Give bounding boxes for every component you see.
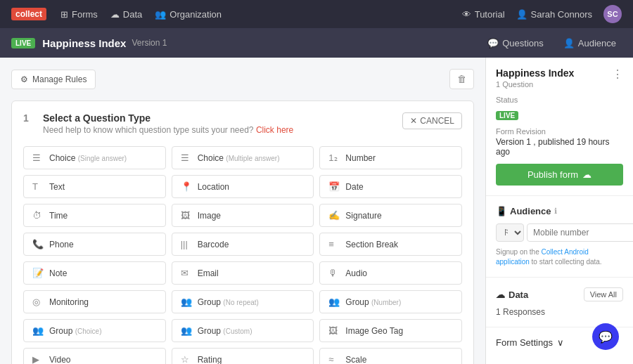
info-icon: ℹ (554, 207, 557, 216)
section-break-icon: ≡ (328, 239, 340, 249)
more-options-button[interactable]: ⋮ (612, 67, 623, 81)
nav-data-label: Data (123, 9, 142, 20)
question-card: 1 Select a Question Type Need help to kn… (11, 100, 474, 364)
speech-icon: 💬 (487, 38, 499, 48)
phone-input-row: 🏳 Invite (496, 223, 623, 242)
monitoring-icon: ◎ (32, 297, 44, 307)
type-image[interactable]: 🖼 Image (172, 204, 314, 227)
audio-icon: 🎙 (328, 268, 340, 278)
type-date[interactable]: 📅 Date (319, 175, 462, 198)
type-group-number[interactable]: 👥 Group (Number) (319, 290, 462, 313)
type-monitoring[interactable]: ◎ Monitoring (23, 290, 166, 313)
questions-label: Questions (502, 38, 544, 48)
nav-right: 👁 Tutorial 👤 Sarah Connors SC (462, 5, 622, 23)
type-group-custom[interactable]: 👥 Group (Custom) (172, 319, 314, 342)
publish-form-button[interactable]: Publish form ☁ (496, 164, 623, 186)
type-rating[interactable]: ☆ Rating (172, 348, 314, 364)
sub-nav: LIVE Happiness Index Version 1 💬 Questio… (0, 28, 633, 58)
question-subtitle: Need help to know which question type su… (43, 125, 293, 135)
right-sidebar: Happiness Index 1 Question ⋮ Status LIVE… (485, 58, 633, 364)
nav-forms[interactable]: ⊞ Forms (60, 9, 98, 20)
nav-org-label: Organization (170, 9, 222, 20)
group-custom-icon: 👥 (181, 325, 192, 336)
cancel-button[interactable]: ✕ CANCEL (402, 112, 462, 129)
delete-button[interactable]: 🗑 (449, 69, 474, 89)
audience-label: Audience (578, 38, 616, 48)
audience-section: 📱 Audience ℹ 🏳 Invite Signup on the Coll… (486, 196, 633, 278)
group-choice-icon: 👥 (32, 325, 44, 336)
eye-icon: 👁 (462, 9, 471, 20)
chat-bubble[interactable]: 💬 (592, 323, 619, 350)
phone-input[interactable] (527, 223, 633, 242)
type-time[interactable]: ⏱ Time (23, 204, 166, 227)
image-icon: 🖼 (181, 210, 192, 221)
manage-rules-button[interactable]: ⚙ Manage Rules (11, 70, 96, 89)
type-section-break[interactable]: ≡ Section Break (319, 233, 462, 256)
type-location[interactable]: 📍 Location (172, 175, 314, 198)
type-video[interactable]: ▶ Video (23, 348, 166, 364)
live-badge: LIVE (11, 38, 35, 48)
audience-title: Audience (510, 206, 551, 216)
type-choice-multiple[interactable]: ☰ Choice (Multiple answer) (172, 146, 314, 169)
type-choice-single[interactable]: ☰ Choice (Single answer) (23, 146, 166, 169)
data-title: ☁ Data (496, 290, 528, 300)
country-select[interactable]: 🏳 (496, 223, 524, 242)
type-email[interactable]: ✉ Email (172, 261, 314, 285)
trash-icon: 🗑 (457, 74, 466, 84)
data-label: Data (509, 290, 528, 300)
manage-bar: ⚙ Manage Rules 🗑 (11, 69, 474, 89)
collect-android-link[interactable]: Collect Android application (496, 248, 589, 266)
x-icon: ✕ (410, 116, 417, 126)
nav-items: ⊞ Forms ☁ Data 👥 Organization (60, 9, 222, 20)
cloud-icon-data: ☁ (496, 290, 505, 300)
user-name[interactable]: 👤 Sarah Connors (516, 9, 592, 20)
audience-tab[interactable]: 👤 Audience (558, 35, 622, 51)
choice-multiple-icon: ☰ (181, 152, 192, 163)
responses-count: 1 Responses (496, 307, 623, 317)
type-phone[interactable]: 📞 Phone (23, 233, 166, 256)
status-row: Status (496, 96, 623, 104)
status-label: Status (496, 96, 518, 104)
scale-icon: ≈ (328, 354, 340, 364)
audience-note: Signup on the Collect Android applicatio… (496, 247, 623, 267)
logo: collect (11, 8, 46, 20)
nav-organization[interactable]: 👥 Organization (155, 9, 222, 20)
type-number[interactable]: 1₂ Number (319, 146, 462, 169)
avatar[interactable]: SC (603, 5, 622, 23)
main-layout: ⚙ Manage Rules 🗑 1 Select a Question Typ… (0, 58, 633, 364)
type-image-geo-tag[interactable]: 🖼 Image Geo Tag (319, 319, 462, 342)
top-nav: collect ⊞ Forms ☁ Data 👥 Organization 👁 … (0, 0, 633, 28)
type-signature[interactable]: ✍ Signature (319, 204, 462, 227)
type-barcode[interactable]: ||| Barcode (172, 233, 314, 256)
cloud-icon: ☁ (110, 9, 120, 20)
cancel-label: CANCEL (420, 116, 454, 126)
type-text[interactable]: T Text (23, 175, 166, 198)
date-icon: 📅 (328, 181, 340, 192)
group-number-icon: 👥 (328, 297, 340, 307)
sidebar-form-subtitle: 1 Question (496, 80, 574, 89)
nav-data[interactable]: ☁ Data (110, 9, 142, 20)
status-live-badge: LIVE (496, 111, 518, 120)
tutorial-btn[interactable]: 👁 Tutorial (462, 9, 505, 20)
form-title: Happiness Index (42, 37, 126, 49)
type-group-choice[interactable]: 👥 Group (Choice) (23, 319, 166, 342)
form-settings-label: Form Settings (496, 337, 553, 348)
type-group-norepeat[interactable]: 👥 Group (No repeat) (172, 290, 314, 313)
audience-header: 📱 Audience ℹ (496, 206, 623, 216)
publish-label: Publish form (528, 169, 578, 180)
questions-tab[interactable]: 💬 Questions (482, 35, 549, 51)
type-note[interactable]: 📝 Note (23, 261, 166, 285)
subtitle-text: Need help to know which question type su… (43, 125, 254, 135)
sub-nav-right: 💬 Questions 👤 Audience (482, 35, 622, 51)
data-header: ☁ Data View All (496, 287, 623, 301)
chevron-down-icon: ∨ (557, 337, 564, 348)
type-audio[interactable]: 🎙 Audio (319, 261, 462, 285)
revision-value: Version 1 , published 19 hours ago (496, 137, 623, 157)
click-here-link[interactable]: Click here (256, 125, 293, 135)
type-scale[interactable]: ≈ Scale (319, 348, 462, 364)
version-label: Version 1 (132, 38, 167, 48)
tutorial-label: Tutorial (475, 9, 505, 20)
video-icon: ▶ (32, 354, 44, 364)
view-all-button[interactable]: View All (584, 287, 623, 301)
manage-rules-label: Manage Rules (32, 74, 87, 84)
